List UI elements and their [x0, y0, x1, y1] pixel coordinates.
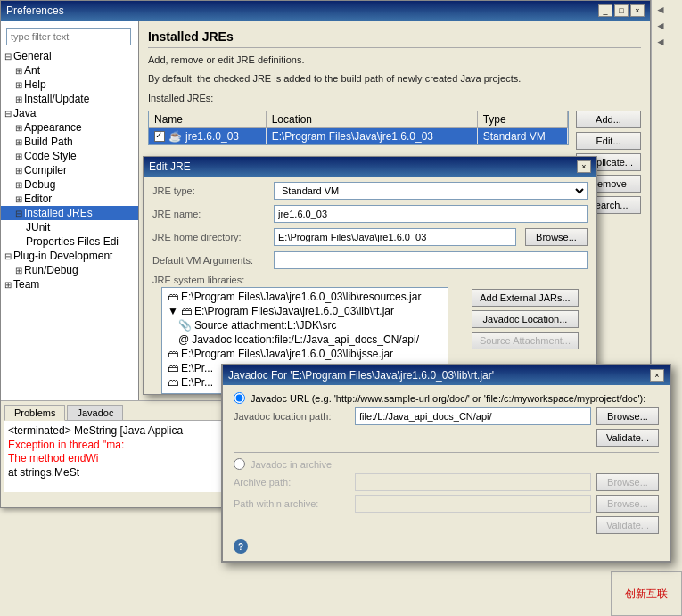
side-action-1[interactable]: ◄ — [655, 4, 678, 16]
sidebar-item-code-style[interactable]: ⊞ Code Style — [1, 149, 138, 163]
jre-checkbox[interactable] — [154, 131, 165, 142]
jre-name-input[interactable] — [274, 205, 588, 223]
sidebar-item-props-files[interactable]: Properties Files Edi — [1, 234, 138, 249]
brand-text: 创新互联 — [625, 587, 668, 602]
lib-item[interactable]: ▼ 🗃 E:\Program Files\Java\jre1.6.0_03\li… — [164, 304, 446, 318]
branding-badge: 创新互联 — [611, 571, 682, 616]
content-desc2: By default, the checked JRE is added to … — [148, 72, 641, 86]
jar-icon: 🗃 — [181, 305, 192, 317]
sidebar-item-label: Java — [13, 107, 36, 119]
sidebar-item-label: Installed JREs — [24, 207, 93, 219]
side-action-3[interactable]: ◄ — [655, 36, 678, 48]
jar-icon: 🗃 — [168, 348, 178, 360]
lib-label: Source attachment:L:\JDK\src — [194, 319, 336, 332]
edit-button[interactable]: Edit... — [576, 132, 641, 150]
jre-name-row: JRE name: — [152, 205, 588, 223]
separator — [234, 452, 659, 453]
sidebar-item-help[interactable]: ⊞ Help — [1, 78, 138, 92]
sidebar-item-label: Team — [13, 278, 39, 291]
sidebar-item-java[interactable]: ⊟ Java — [1, 106, 138, 120]
sidebar-item-junit[interactable]: JUnit — [1, 220, 138, 234]
close-button[interactable]: × — [630, 4, 645, 17]
add-button[interactable]: Add... — [576, 111, 641, 128]
javadoc-location-button[interactable]: Javadoc Location... — [472, 310, 579, 328]
expand-icon: ▼ — [168, 305, 178, 317]
lib-label: E:\Program Files\Java\jre1.6.0_03\lib\re… — [181, 291, 421, 303]
archive-path-label: Archive path: — [234, 477, 349, 488]
minimize-button[interactable]: _ — [598, 4, 612, 17]
table-row[interactable]: ☕ jre1.6.0_03 E:\Program Files\Java\jre1… — [149, 128, 567, 145]
tab-problems[interactable]: Problems — [4, 405, 65, 421]
sidebar-item-label: Ant — [24, 64, 40, 77]
sidebar-item-general[interactable]: ⊟ General — [1, 49, 138, 63]
validate-url-button[interactable]: Validate... — [596, 429, 659, 447]
browse-home-button[interactable]: Browse... — [525, 228, 588, 246]
sidebar-item-appearance[interactable]: ⊞ Appearance — [1, 120, 138, 135]
jre-home-label: JRE home directory: — [152, 232, 268, 242]
filter-input[interactable] — [6, 28, 131, 45]
radio-url[interactable] — [234, 392, 245, 404]
sidebar-item-plugin-dev[interactable]: ⊟ Plug-in Development — [1, 249, 138, 263]
lib-label: E:\Program Files\Java\jre1.6.0_03\lib\js… — [181, 348, 393, 360]
sidebar-item-compiler[interactable]: ⊞ Compiler — [1, 163, 138, 177]
lib-label: E:\Pr... — [181, 376, 213, 389]
sidebar-item-installed-jres[interactable]: ⊟ Installed JREs — [1, 206, 138, 220]
help-icon[interactable]: ? — [234, 539, 248, 554]
archive-validate-button: Validate... — [596, 516, 659, 534]
lib-item[interactable]: @ Javadoc location:file:/L:/Java_api_doc… — [164, 333, 446, 347]
checkbox-cell: ☕ jre1.6.0_03 — [154, 130, 260, 143]
lib-item[interactable]: 📎 Source attachment:L:\JDK\src — [164, 318, 446, 333]
jre-icon: ☕ — [168, 130, 182, 143]
sidebar-item-run-debug[interactable]: ⊞ Run/Debug — [1, 263, 138, 277]
row-name: ☕ jre1.6.0_03 — [149, 128, 266, 145]
lib-label: Javadoc location:file:/L:/Java_api_docs_… — [192, 333, 419, 346]
sidebar-item-label: Editor — [24, 193, 52, 205]
sidebar-item-label: Appearance — [24, 121, 82, 134]
close-javadoc-button[interactable]: × — [650, 369, 664, 382]
sidebar-item-label: Properties Files Edi — [26, 235, 119, 248]
sidebar-item-ant[interactable]: ⊞ Ant — [1, 63, 138, 78]
add-jars-button[interactable]: Add External JARs... — [472, 289, 579, 307]
lib-item[interactable]: 🗃 E:\Program Files\Java\jre1.6.0_03\lib\… — [164, 347, 446, 361]
edit-jre-dialog: Edit JRE × JRE type: Standard VM JRE nam… — [143, 156, 597, 395]
tab-javadoc[interactable]: Javadoc — [67, 405, 123, 420]
source-attachment-button[interactable]: Source Attachment... — [472, 332, 579, 349]
side-panel-content: ◄ ◄ ◄ — [652, 0, 682, 55]
sidebar-item-label: Install/Update — [24, 93, 89, 105]
content-title: Installed JREs — [148, 29, 641, 48]
close-edit-jre-button[interactable]: × — [577, 160, 591, 173]
radio-archive-label: Javadoc in archive — [251, 459, 332, 470]
lib-buttons: Add External JARs... Javadoc Location...… — [472, 287, 579, 349]
sidebar-item-label: General — [13, 50, 52, 62]
expand-icon: ⊞ — [15, 180, 22, 190]
sidebar-item-team[interactable]: ⊞ Team — [1, 277, 138, 292]
sidebar-item-install-update[interactable]: ⊞ Install/Update — [1, 92, 138, 106]
javadoc-path-input[interactable] — [355, 407, 591, 425]
lib-item[interactable]: 🗃 E:\Program Files\Java\jre1.6.0_03\lib\… — [164, 290, 446, 304]
system-libs-label: JRE system libraries: — [152, 275, 588, 285]
sidebar-item-label: JUnit — [26, 221, 50, 234]
sidebar-item-label: Plug-in Development — [13, 250, 112, 262]
maximize-button[interactable]: □ — [614, 4, 629, 17]
side-action-2[interactable]: ◄ — [655, 20, 678, 32]
expand-icon: ⊞ — [4, 280, 12, 290]
radio-archive[interactable] — [234, 458, 245, 470]
jre-home-input[interactable] — [274, 228, 516, 246]
browse-javadoc-button[interactable]: Browse... — [596, 407, 659, 425]
expand-icon: ⊞ — [15, 152, 22, 161]
expand-icon: ⊞ — [15, 66, 22, 76]
path-within-archive-row: Path within archive: Browse... — [234, 495, 659, 513]
jre-type-select[interactable]: Standard VM — [274, 182, 588, 200]
expand-icon: ⊞ — [15, 137, 22, 147]
jre-name: jre1.6.0_03 — [185, 130, 239, 143]
jre-type-label: JRE type: — [152, 185, 268, 196]
vm-args-input[interactable] — [274, 251, 588, 269]
sidebar-item-editor[interactable]: ⊞ Editor — [1, 192, 138, 206]
content-desc1: Add, remove or edit JRE definitions. — [148, 53, 641, 67]
radio-row-url: Javadoc URL (e.g. 'http://www.sample-url… — [234, 392, 659, 404]
expand-icon: ⊞ — [15, 266, 22, 275]
jre-table-container: Name Location Type ☕ — [148, 111, 569, 145]
window-controls: _ □ × — [598, 4, 645, 17]
sidebar-item-debug[interactable]: ⊞ Debug — [1, 177, 138, 192]
sidebar-item-build-path[interactable]: ⊞ Build Path — [1, 135, 138, 149]
